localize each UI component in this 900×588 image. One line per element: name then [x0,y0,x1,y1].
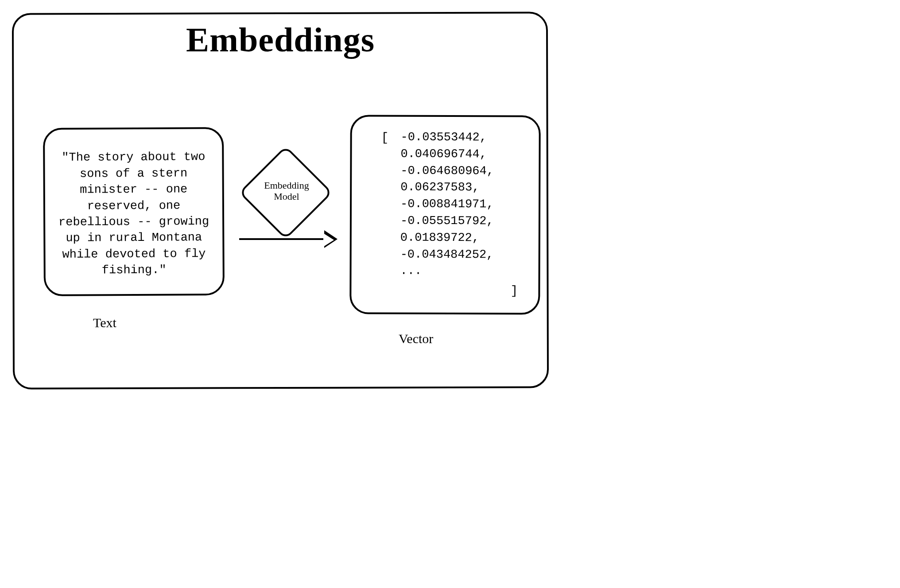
input-text-box: "The story about two sons of a stern min… [43,127,225,296]
model-node-label: Embedding Model [252,180,322,202]
output-vector-box: [ -0.03553442, 0.040696744, -0.064680964… [349,115,541,314]
vector-open-bracket: [ [381,129,389,146]
arrow-line [239,238,323,240]
model-node-label-line1: Embedding [264,180,309,191]
vector-close-bracket: ] [511,282,518,299]
output-vector-label: Vector [399,331,433,346]
arrow-head-icon [324,230,338,248]
diagram-title: Embeddings [0,20,561,60]
input-text-content: "The story about two sons of a stern min… [53,149,215,279]
vector-values-list: -0.03553442, 0.040696744, -0.064680964, … [400,129,521,280]
input-text-label: Text [93,315,116,330]
arrow [239,226,337,252]
model-node-label-line2: Model [274,191,299,202]
diagram-stage: Embeddings "The story about two sons of … [0,0,900,588]
